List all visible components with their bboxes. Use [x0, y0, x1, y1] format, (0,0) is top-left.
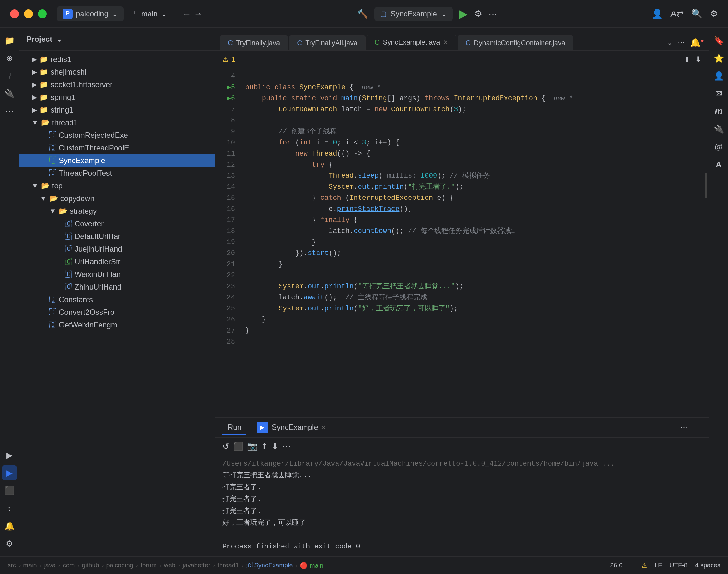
tree-item-strategy[interactable]: ▼ 📂 strategy	[19, 205, 215, 217]
code-line-8	[245, 115, 693, 126]
sidebar-item-notifications[interactable]: 🔔	[2, 518, 17, 534]
back-button[interactable]: ←	[182, 9, 191, 19]
search-icon[interactable]: 🔍	[691, 8, 702, 19]
run-config-selector[interactable]: ▢ SyncExample ⌄	[375, 7, 453, 21]
project-selector[interactable]: P paicoding ⌄	[57, 6, 124, 22]
branch-selector[interactable]: ⑂ main ⌄	[134, 9, 167, 18]
line-number-6: ▶6	[215, 93, 235, 104]
bottom-minimize-button[interactable]: —	[693, 422, 701, 433]
tab-sync-example[interactable]: C SyncExample.java ✕	[367, 35, 457, 50]
right-icon-m[interactable]: m	[711, 104, 726, 119]
translate-icon[interactable]: A⇄	[671, 8, 684, 19]
screenshot-button[interactable]: 📷	[247, 442, 257, 451]
tab-try-finally-all[interactable]: C TryFinallyAll.java	[289, 35, 365, 50]
line-number-26: 26	[215, 314, 235, 325]
main-content-area: C TryFinally.java C TryFinallyAll.java C…	[215, 28, 709, 556]
sidebar-item-git[interactable]: ↕	[2, 501, 17, 516]
scroll-up-button[interactable]: ⬆	[261, 442, 268, 451]
tabs-right-controls: ⌄ ⋯ 🔔●	[667, 37, 704, 50]
tree-item-custom-thread[interactable]: 🇨 CustomThreadPoolE	[19, 141, 215, 154]
close-button[interactable]	[10, 9, 19, 18]
sync-tab-content: ▶ SyncExample ✕	[257, 422, 326, 433]
tree-item-shejimoshi[interactable]: ▶ 📁 shejimoshi	[19, 66, 215, 78]
tree-item-thread-pool-test[interactable]: 🇨 ThreadPoolTest	[19, 167, 215, 179]
vertical-scrollbar[interactable]	[698, 68, 709, 417]
collapse-button[interactable]: ⬇	[695, 55, 701, 64]
sidebar-item-run[interactable]: ▶	[2, 448, 17, 463]
sidebar-item-terminal[interactable]: ⬛	[2, 483, 17, 498]
more-options-button[interactable]: ⋯	[488, 8, 497, 19]
tree-item-top[interactable]: ▼ 📂 top	[19, 179, 215, 192]
forward-button[interactable]: →	[194, 9, 203, 19]
tree-item-constants[interactable]: 🇨 Constants	[19, 293, 215, 306]
right-icon-bookmark[interactable]: 🔖	[711, 33, 726, 48]
chevron-right-icon: ▶	[32, 106, 37, 114]
tab-try-finally[interactable]: C TryFinally.java	[220, 35, 288, 50]
tab-dynamic-config[interactable]: C DynamicConfigContainer.java	[458, 35, 573, 50]
tree-item-string1[interactable]: ▶ 📁 string1	[19, 104, 215, 116]
right-icon-plugin[interactable]: 🔌	[711, 121, 726, 136]
tree-item-thread1[interactable]: ▼ 📂 thread1	[19, 116, 215, 129]
code-line-25: System.out.println("好，王者玩完了，可以睡了");	[245, 303, 693, 314]
sidebar-item-branches[interactable]: ⑂	[2, 68, 17, 83]
tree-item-getweixin[interactable]: 🇨 GetWeixinFengm	[19, 319, 215, 331]
stop-button[interactable]: ⬛	[233, 442, 243, 451]
right-icon-at[interactable]: @	[711, 139, 726, 154]
profile-icon[interactable]: 👤	[652, 8, 663, 19]
chevron-down-icon: ▼	[32, 182, 39, 190]
folder-open-icon: 📂	[59, 207, 67, 215]
right-icon-mail[interactable]: ✉	[711, 86, 726, 101]
notifications-icon[interactable]: 🔔●	[690, 37, 704, 48]
expand-button[interactable]: ⬆	[684, 55, 690, 64]
tree-item-url-handler[interactable]: 🇨 UrlHandlerStr	[19, 255, 215, 268]
bottom-more-button[interactable]: ⋯	[680, 422, 688, 433]
breadcrumb-web: web	[164, 562, 175, 569]
tree-item-redis1[interactable]: ▶ 📁 redis1	[19, 53, 215, 66]
tree-item-zhihu-url[interactable]: 🇨 ZhihuUrlHand	[19, 281, 215, 293]
breadcrumb-main: main	[23, 562, 37, 569]
tabs-dropdown-button[interactable]: ⌄	[667, 39, 673, 47]
sync-tab-close-button[interactable]: ✕	[321, 423, 326, 431]
right-icon-person[interactable]: 👤	[711, 68, 726, 83]
tree-item-socket[interactable]: ▶ 📁 socket1.httpserver	[19, 78, 215, 91]
tree-item-weixin-url[interactable]: 🇨 WeixinUrlHan	[19, 268, 215, 281]
scrollbar-thumb[interactable]	[704, 173, 707, 198]
fullscreen-button[interactable]	[38, 9, 47, 18]
console-line-4: 打完王者了.	[222, 505, 701, 517]
sidebar-item-more[interactable]: ⋯	[2, 104, 17, 119]
line-number-22: 22	[215, 270, 235, 281]
code-line-24: latch.await(); // 主线程等待子线程完成	[245, 292, 693, 303]
tree-item-juejin-url[interactable]: 🇨 JuejinUrlHand	[19, 243, 215, 255]
tree-item-convert2oss[interactable]: 🇨 Convert2OssFro	[19, 306, 215, 319]
right-icon-ai[interactable]: A	[711, 157, 726, 172]
tree-item-default-url[interactable]: 🇨 DefaultUrlHar	[19, 230, 215, 243]
console-output: /Users/itkanger/Library/Java/JavaVirtual…	[215, 455, 709, 556]
minimize-button[interactable]	[24, 9, 33, 18]
line-numbers: 4 ▶5 ▶6 7 8 9 10 11 12 13 14 15 16 17	[215, 68, 240, 417]
bottom-tab-sync[interactable]: ▶ SyncExample ✕	[252, 419, 331, 436]
debug-button[interactable]: ⚙	[474, 8, 482, 19]
bottom-tab-run[interactable]: Run	[222, 420, 247, 435]
right-icon-star[interactable]: ⭐	[711, 50, 726, 66]
tabs-more-button[interactable]: ⋯	[678, 39, 685, 47]
sidebar-item-gear[interactable]: ⚙	[2, 536, 17, 551]
sidebar-item-commits[interactable]: ⊕	[2, 50, 17, 66]
sidebar-item-plugins[interactable]: 🔌	[2, 86, 17, 101]
tree-item-custom-rejected[interactable]: 🇨 CustomRejectedExe	[19, 129, 215, 141]
tree-item-coverter[interactable]: 🇨 Coverter	[19, 217, 215, 230]
rerun-button[interactable]: ↺	[222, 442, 229, 451]
sidebar-item-project[interactable]: 📁	[2, 33, 17, 48]
editor-section: 4 ▶5 ▶6 7 8 9 10 11 12 13 14 15 16 17	[215, 68, 709, 417]
scroll-down-button[interactable]: ⬇	[272, 442, 279, 451]
code-editor[interactable]: public class SyncExample { new * public …	[240, 68, 698, 417]
run-more-button[interactable]: ⋯	[283, 442, 291, 451]
settings-icon[interactable]: ⚙	[710, 8, 718, 19]
tree-item-spring1[interactable]: ▶ 📁 spring1	[19, 91, 215, 104]
tab-close-button[interactable]: ✕	[443, 39, 448, 46]
sidebar-item-debug-run[interactable]: ▶	[2, 465, 17, 481]
java-file-icon: C	[228, 39, 233, 47]
encoding: UTF-8	[670, 562, 688, 569]
tree-item-sync-example[interactable]: 🇨 SyncExample	[19, 154, 215, 167]
run-button[interactable]: ▶	[459, 7, 468, 20]
tree-item-copydown[interactable]: ▼ 📂 copydown	[19, 192, 215, 205]
